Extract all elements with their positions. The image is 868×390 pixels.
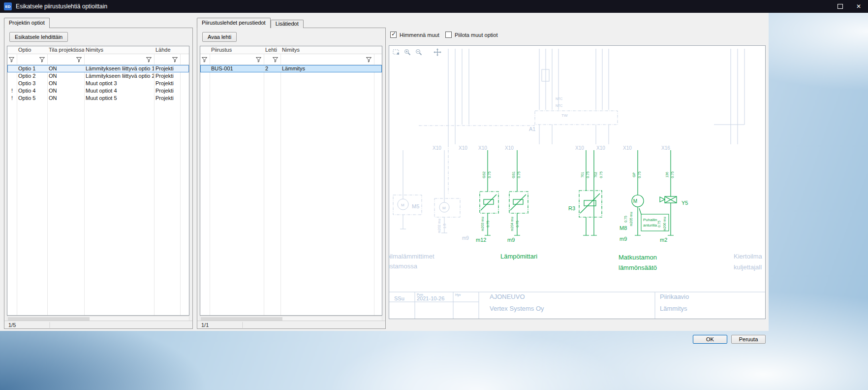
- open-sheet-button[interactable]: Avaa lehti: [202, 32, 237, 42]
- title-block: Pvm Hyv SSu 2021-10-26 AJONEUVO Vertex S…: [389, 292, 765, 319]
- svg-text:kuljettajall: kuljettajall: [734, 263, 762, 271]
- svg-text:m9: m9: [507, 237, 515, 243]
- svg-text:M: M: [442, 206, 446, 210]
- svg-text:M8: M8: [620, 225, 627, 231]
- svg-text:SSu: SSu: [394, 295, 404, 301]
- sheets-table: Piirustus Lehti Nimitys BUS-001 2 Lämmit…: [200, 46, 382, 316]
- sheets-panel: Avaa lehti Piirustus Lehti Nimitys: [197, 28, 386, 329]
- filter-icon[interactable]: [39, 57, 45, 63]
- svg-text:A1: A1: [529, 126, 535, 132]
- column-header-nimitys[interactable]: Nimitys: [84, 46, 154, 54]
- svg-text:Vertex Systems Oy: Vertex Systems Oy: [490, 305, 544, 312]
- svg-text:0.75: 0.75: [624, 216, 627, 223]
- filter-icon[interactable]: [76, 57, 82, 63]
- drawing-preview[interactable]: NTC NTC TW A1 M M M5 m9 m202 mu 1.5 X10 …: [389, 45, 766, 319]
- zoom-out-icon[interactable]: [415, 48, 423, 56]
- sheets-tabstrip: Piirustuslehdet perustiedot Lisätiedot: [197, 18, 304, 28]
- svg-text:anturilla: anturilla: [643, 223, 657, 228]
- title-bar: ED Esikatsele piirustuslehtiä optioittai…: [0, 0, 868, 13]
- table-row[interactable]: Optio 1 ON Lämmitykseen liittyvä optio 1…: [7, 65, 189, 72]
- svg-text:GP: GP: [632, 172, 636, 177]
- svg-text:M: M: [401, 203, 404, 207]
- svg-text:NTC: NTC: [556, 104, 562, 107]
- table-row[interactable]: BUS-001 2 Lämmitys: [200, 65, 382, 72]
- table-row[interactable]: Optio 3 ON Muut optiot 3 Projekti: [7, 80, 189, 87]
- dialog-workspace: Projektin optiot Esikatsele lehdittäin O…: [0, 13, 769, 331]
- preview-by-sheet-button[interactable]: Esikatsele lehdittäin: [9, 32, 68, 42]
- svg-text:AJONEUVO: AJONEUVO: [490, 293, 525, 300]
- schematic-drawing: NTC NTC TW A1 M M M5 m9 m202 mu 1.5 X10 …: [389, 46, 765, 319]
- svg-text:0.75: 0.75: [657, 221, 661, 228]
- svg-text:Lämpömittari: Lämpömittari: [500, 253, 537, 260]
- filter-icon[interactable]: [272, 57, 279, 63]
- checkbox-box: ✓: [390, 32, 397, 38]
- filter-icon[interactable]: [146, 57, 152, 63]
- svg-text:R3: R3: [568, 205, 575, 211]
- filter-icon[interactable]: [255, 57, 262, 63]
- record-count: 1/1: [201, 322, 209, 328]
- filter-icon[interactable]: [201, 57, 208, 63]
- column-header-lehti[interactable]: Lehti: [264, 46, 280, 54]
- table-row[interactable]: ! Optio 4 ON Muut optiot 4 Projekti: [7, 87, 189, 95]
- svg-text:Puhallin: Puhallin: [643, 218, 657, 222]
- svg-text:X10: X10: [596, 145, 605, 151]
- svg-text:0.75: 0.75: [517, 171, 521, 178]
- column-header-optio[interactable]: Optio: [17, 46, 47, 54]
- svg-text:X10: X10: [505, 145, 514, 151]
- pan-icon[interactable]: [434, 48, 441, 56]
- dim-others-checkbox[interactable]: ✓ Himmennä muut: [390, 32, 439, 38]
- svg-text:702: 702: [594, 172, 597, 178]
- svg-text:Matkustamon: Matkustamon: [619, 254, 657, 261]
- svg-text:X10: X10: [623, 145, 632, 151]
- filter-icon[interactable]: [172, 57, 178, 63]
- ok-button[interactable]: OK: [693, 335, 727, 344]
- close-button[interactable]: ✕: [849, 0, 868, 13]
- svg-text:m202 mu: m202 mu: [437, 219, 441, 233]
- svg-text:M: M: [633, 198, 637, 204]
- column-header-tila[interactable]: Tila projektissa: [47, 46, 84, 54]
- tab-projektin-optiot[interactable]: Projektin optiot: [4, 18, 50, 28]
- schematic-highlight-layer: M R3 Y5 M8 m9 m12 m9 m2 Puhallin anturil…: [476, 150, 688, 271]
- zoom-in-icon[interactable]: [403, 48, 411, 56]
- left-tabstrip: Projektin optiot: [4, 18, 50, 28]
- svg-text:m9: m9: [620, 236, 627, 242]
- record-count: 1/5: [8, 322, 16, 328]
- svg-text:GS2: GS2: [482, 171, 486, 178]
- sheets-filter-row: [200, 54, 382, 65]
- sheets-table-header: Piirustus Lehti Nimitys: [200, 46, 382, 54]
- svg-text:1.5: 1.5: [443, 224, 446, 228]
- column-header-nimitys[interactable]: Nimitys: [280, 46, 374, 54]
- svg-text:Piirikaavio: Piirikaavio: [660, 293, 689, 300]
- column-header-piirustus[interactable]: Piirustus: [210, 46, 264, 54]
- zoom-window-icon[interactable]: [392, 48, 400, 56]
- close-icon: ✕: [856, 3, 861, 10]
- svg-text:m204 mu: m204 mu: [510, 217, 514, 231]
- svg-text:ustamossa: ustamossa: [389, 262, 418, 270]
- svg-text:136: 136: [665, 172, 669, 178]
- svg-text:2021-10-26: 2021-10-26: [417, 295, 444, 301]
- svg-text:701: 701: [581, 172, 584, 178]
- app-icon: ED: [4, 2, 12, 10]
- filter-icon[interactable]: [366, 57, 372, 63]
- svg-text:m12: m12: [476, 237, 486, 243]
- svg-text:0.75: 0.75: [516, 221, 519, 228]
- svg-text:m203 mu: m203 mu: [481, 217, 484, 231]
- maximize-button[interactable]: [831, 0, 849, 13]
- svg-text:m9: m9: [462, 235, 469, 241]
- checkbox-label: Himmennä muut: [400, 32, 439, 38]
- maximize-icon: [837, 4, 843, 9]
- svg-text:X10: X10: [459, 145, 467, 151]
- schematic-dimmed-layer: NTC NTC TW A1 M M M5 m9 m202 mu 1.5 X10 …: [389, 49, 763, 271]
- svg-text:M5: M5: [412, 203, 419, 209]
- tab-perustiedot[interactable]: Piirustuslehdet perustiedot: [197, 18, 271, 28]
- hide-other-options-checkbox[interactable]: ✓ Piilota muut optiot: [445, 32, 497, 38]
- table-row[interactable]: ! Optio 5 ON Muut optiot 5 Projekti: [7, 95, 189, 102]
- column-header-lahde[interactable]: Lähde: [154, 46, 180, 54]
- svg-text:m205 mu: m205 mu: [629, 212, 633, 226]
- svg-text:oilmalämmittimet: oilmalämmittimet: [389, 253, 434, 260]
- svg-text:X16: X16: [661, 145, 670, 151]
- tab-lisatiedot[interactable]: Lisätiedot: [271, 20, 304, 28]
- cancel-button[interactable]: Peruuta: [731, 335, 766, 344]
- filter-icon[interactable]: [8, 57, 15, 63]
- table-row[interactable]: Optio 2 ON Lämmitykseen liittyvä optio 2…: [7, 72, 189, 80]
